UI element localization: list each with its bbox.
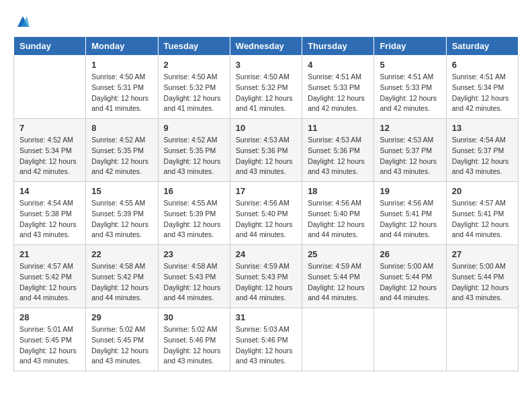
- day-number: 19: [380, 186, 440, 196]
- calendar-cell: 2Sunrise: 4:50 AM Sunset: 5:32 PM Daylig…: [158, 56, 230, 119]
- calendar-cell: 6Sunrise: 4:51 AM Sunset: 5:34 PM Daylig…: [446, 56, 518, 119]
- day-info: Sunrise: 4:55 AM Sunset: 5:39 PM Dayligh…: [91, 198, 152, 240]
- calendar-cell: 7Sunrise: 4:52 AM Sunset: 5:34 PM Daylig…: [14, 119, 86, 182]
- day-number: 27: [452, 249, 513, 259]
- calendar-week-row: 28Sunrise: 5:01 AM Sunset: 5:45 PM Dayli…: [14, 308, 519, 371]
- day-info: Sunrise: 4:55 AM Sunset: 5:39 PM Dayligh…: [164, 198, 224, 240]
- calendar-cell: 1Sunrise: 4:50 AM Sunset: 5:31 PM Daylig…: [86, 56, 158, 119]
- day-info: Sunrise: 4:57 AM Sunset: 5:42 PM Dayligh…: [19, 261, 80, 304]
- calendar-week-row: 7Sunrise: 4:52 AM Sunset: 5:34 PM Daylig…: [14, 119, 519, 182]
- day-info: Sunrise: 4:51 AM Sunset: 5:34 PM Dayligh…: [452, 72, 513, 114]
- calendar-cell: 8Sunrise: 4:52 AM Sunset: 5:35 PM Daylig…: [86, 119, 158, 182]
- day-number: 10: [236, 123, 296, 133]
- day-header: Sunday: [14, 37, 86, 56]
- day-info: Sunrise: 5:02 AM Sunset: 5:45 PM Dayligh…: [91, 324, 152, 367]
- calendar-cell: [14, 56, 86, 119]
- day-header: Wednesday: [230, 37, 302, 56]
- calendar-table: SundayMondayTuesdayWednesdayThursdayFrid…: [13, 36, 519, 371]
- day-number: 2: [164, 60, 224, 70]
- calendar-cell: 16Sunrise: 4:55 AM Sunset: 5:39 PM Dayli…: [158, 182, 230, 245]
- day-number: 11: [308, 123, 368, 133]
- day-info: Sunrise: 4:59 AM Sunset: 5:44 PM Dayligh…: [308, 261, 368, 304]
- day-number: 26: [380, 249, 440, 259]
- calendar-cell: 11Sunrise: 4:53 AM Sunset: 5:36 PM Dayli…: [302, 119, 374, 182]
- calendar-cell: 31Sunrise: 5:03 AM Sunset: 5:46 PM Dayli…: [230, 308, 302, 371]
- day-header: Tuesday: [158, 37, 230, 56]
- day-info: Sunrise: 5:01 AM Sunset: 5:45 PM Dayligh…: [19, 324, 80, 367]
- calendar-cell: 14Sunrise: 4:54 AM Sunset: 5:38 PM Dayli…: [14, 182, 86, 245]
- day-info: Sunrise: 4:52 AM Sunset: 5:35 PM Dayligh…: [91, 135, 152, 177]
- calendar-cell: 5Sunrise: 4:51 AM Sunset: 5:33 PM Daylig…: [374, 56, 446, 119]
- calendar-cell: 23Sunrise: 4:58 AM Sunset: 5:43 PM Dayli…: [158, 245, 230, 308]
- calendar-cell: [302, 308, 374, 371]
- day-number: 25: [308, 249, 368, 259]
- day-info: Sunrise: 5:00 AM Sunset: 5:44 PM Dayligh…: [452, 261, 513, 304]
- calendar-cell: 21Sunrise: 4:57 AM Sunset: 5:42 PM Dayli…: [14, 245, 86, 308]
- day-number: 1: [91, 60, 152, 70]
- calendar-cell: 15Sunrise: 4:55 AM Sunset: 5:39 PM Dayli…: [86, 182, 158, 245]
- day-number: 12: [380, 123, 440, 133]
- calendar-cell: 13Sunrise: 4:54 AM Sunset: 5:37 PM Dayli…: [446, 119, 518, 182]
- day-number: 21: [19, 249, 80, 259]
- day-number: 29: [91, 312, 152, 322]
- day-number: 17: [236, 186, 296, 196]
- day-number: 20: [452, 186, 513, 196]
- day-info: Sunrise: 4:51 AM Sunset: 5:33 PM Dayligh…: [308, 72, 368, 114]
- day-header: Saturday: [446, 37, 518, 56]
- calendar-week-row: 14Sunrise: 4:54 AM Sunset: 5:38 PM Dayli…: [14, 182, 519, 245]
- day-info: Sunrise: 4:54 AM Sunset: 5:38 PM Dayligh…: [19, 198, 80, 240]
- day-info: Sunrise: 4:56 AM Sunset: 5:40 PM Dayligh…: [236, 198, 296, 240]
- calendar-cell: 12Sunrise: 4:53 AM Sunset: 5:37 PM Dayli…: [374, 119, 446, 182]
- calendar-week-row: 21Sunrise: 4:57 AM Sunset: 5:42 PM Dayli…: [14, 245, 519, 308]
- calendar-cell: [446, 308, 518, 371]
- calendar-cell: 20Sunrise: 4:57 AM Sunset: 5:41 PM Dayli…: [446, 182, 518, 245]
- calendar-cell: 10Sunrise: 4:53 AM Sunset: 5:36 PM Dayli…: [230, 119, 302, 182]
- calendar-cell: 22Sunrise: 4:58 AM Sunset: 5:42 PM Dayli…: [86, 245, 158, 308]
- day-info: Sunrise: 4:53 AM Sunset: 5:36 PM Dayligh…: [308, 135, 368, 177]
- day-info: Sunrise: 4:50 AM Sunset: 5:32 PM Dayligh…: [164, 72, 224, 114]
- day-number: 9: [164, 123, 224, 133]
- calendar-cell: 30Sunrise: 5:02 AM Sunset: 5:46 PM Dayli…: [158, 308, 230, 371]
- day-number: 30: [164, 312, 224, 322]
- calendar-cell: 29Sunrise: 5:02 AM Sunset: 5:45 PM Dayli…: [86, 308, 158, 371]
- day-header: Monday: [86, 37, 158, 56]
- day-number: 31: [236, 312, 296, 322]
- day-info: Sunrise: 4:52 AM Sunset: 5:34 PM Dayligh…: [19, 135, 80, 177]
- day-number: 24: [236, 249, 296, 259]
- calendar-week-row: 1Sunrise: 4:50 AM Sunset: 5:31 PM Daylig…: [14, 56, 519, 119]
- day-number: 14: [19, 186, 80, 196]
- calendar-cell: 19Sunrise: 4:56 AM Sunset: 5:41 PM Dayli…: [374, 182, 446, 245]
- day-header: Thursday: [302, 37, 374, 56]
- calendar-cell: 17Sunrise: 4:56 AM Sunset: 5:40 PM Dayli…: [230, 182, 302, 245]
- day-header: Friday: [374, 37, 446, 56]
- day-number: 5: [380, 60, 440, 70]
- day-number: 8: [91, 123, 152, 133]
- day-number: 16: [164, 186, 224, 196]
- day-info: Sunrise: 4:59 AM Sunset: 5:43 PM Dayligh…: [236, 261, 296, 304]
- day-number: 15: [91, 186, 152, 196]
- day-number: 28: [19, 312, 80, 322]
- calendar-cell: 27Sunrise: 5:00 AM Sunset: 5:44 PM Dayli…: [446, 245, 518, 308]
- day-info: Sunrise: 4:50 AM Sunset: 5:31 PM Dayligh…: [91, 72, 152, 114]
- calendar-cell: 18Sunrise: 4:56 AM Sunset: 5:40 PM Dayli…: [302, 182, 374, 245]
- day-info: Sunrise: 4:53 AM Sunset: 5:36 PM Dayligh…: [236, 135, 296, 177]
- day-info: Sunrise: 4:51 AM Sunset: 5:33 PM Dayligh…: [380, 72, 440, 114]
- day-info: Sunrise: 4:52 AM Sunset: 5:35 PM Dayligh…: [164, 135, 224, 177]
- day-info: Sunrise: 4:58 AM Sunset: 5:42 PM Dayligh…: [91, 261, 152, 304]
- calendar-cell: 9Sunrise: 4:52 AM Sunset: 5:35 PM Daylig…: [158, 119, 230, 182]
- day-info: Sunrise: 4:56 AM Sunset: 5:40 PM Dayligh…: [308, 198, 368, 240]
- day-number: 13: [452, 123, 513, 133]
- logo-icon: [15, 13, 31, 30]
- day-number: 18: [308, 186, 368, 196]
- calendar-cell: 24Sunrise: 4:59 AM Sunset: 5:43 PM Dayli…: [230, 245, 302, 308]
- calendar-cell: 3Sunrise: 4:50 AM Sunset: 5:32 PM Daylig…: [230, 56, 302, 119]
- day-info: Sunrise: 5:00 AM Sunset: 5:44 PM Dayligh…: [380, 261, 440, 304]
- calendar-body: 1Sunrise: 4:50 AM Sunset: 5:31 PM Daylig…: [14, 56, 519, 371]
- calendar-cell: 26Sunrise: 5:00 AM Sunset: 5:44 PM Dayli…: [374, 245, 446, 308]
- page-header: [13, 13, 519, 30]
- day-info: Sunrise: 4:58 AM Sunset: 5:43 PM Dayligh…: [164, 261, 224, 304]
- day-info: Sunrise: 4:50 AM Sunset: 5:32 PM Dayligh…: [236, 72, 296, 114]
- day-info: Sunrise: 4:56 AM Sunset: 5:41 PM Dayligh…: [380, 198, 440, 240]
- calendar-header-row: SundayMondayTuesdayWednesdayThursdayFrid…: [14, 37, 519, 56]
- calendar-cell: 28Sunrise: 5:01 AM Sunset: 5:45 PM Dayli…: [14, 308, 86, 371]
